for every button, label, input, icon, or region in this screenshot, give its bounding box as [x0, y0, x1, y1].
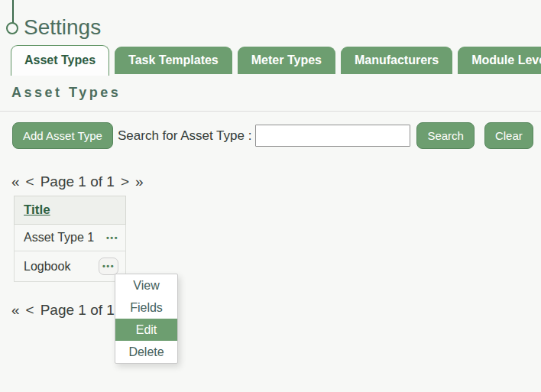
table-row: Logbook ••• [14, 251, 126, 282]
settings-page: Settings Asset Types Task Templates Mete… [0, 0, 541, 392]
tab-manufacturers[interactable]: Manufacturers [341, 47, 452, 74]
ellipsis-icon[interactable]: ••• [106, 234, 118, 242]
row-actions-menu: View Fields Edit Delete [115, 274, 178, 364]
search-button[interactable]: Search [416, 122, 475, 149]
settings-tabs: Asset Types Task Templates Meter Types M… [11, 45, 541, 76]
clear-button[interactable]: Clear [484, 122, 533, 149]
tab-module-levels[interactable]: Module Levels [458, 47, 541, 74]
menu-item-view[interactable]: View [115, 274, 177, 296]
search-input[interactable] [255, 125, 410, 147]
asset-types-table: Title Asset Type 1 ••• Logbook ••• [14, 196, 126, 282]
column-header-title[interactable]: Title [14, 196, 126, 225]
nav-circle-icon[interactable] [6, 22, 18, 34]
search-label: Search for Asset Type : [118, 128, 251, 144]
first-page-button[interactable]: « [11, 173, 20, 190]
tab-meter-types[interactable]: Meter Types [238, 47, 335, 74]
next-page-button[interactable]: > [121, 173, 129, 190]
prev-page-button[interactable]: < [26, 302, 34, 319]
pagination-top: « < Page 1 of 1 > » [11, 173, 144, 190]
prev-page-button[interactable]: < [26, 173, 34, 190]
section-divider [0, 111, 541, 112]
table-row: Asset Type 1 ••• [14, 225, 126, 251]
toolbar: Add Asset Type Search for Asset Type : S… [12, 122, 533, 149]
row-title: Logbook [24, 260, 70, 274]
ellipsis-icon[interactable]: ••• [99, 258, 118, 275]
menu-item-edit[interactable]: Edit [115, 319, 177, 341]
page-title: Settings [24, 15, 101, 40]
section-title: Asset Types [11, 85, 121, 101]
tab-asset-types[interactable]: Asset Types [11, 45, 109, 76]
menu-item-delete[interactable]: Delete [115, 341, 177, 363]
tab-task-templates[interactable]: Task Templates [115, 47, 232, 74]
first-page-button[interactable]: « [11, 302, 20, 319]
nav-connector-line [12, 0, 14, 23]
add-asset-type-button[interactable]: Add Asset Type [12, 122, 113, 149]
row-title: Asset Type 1 [24, 231, 94, 245]
page-indicator: Page 1 of 1 [40, 302, 115, 319]
page-indicator: Page 1 of 1 [40, 173, 115, 190]
last-page-button[interactable]: » [135, 173, 144, 190]
menu-item-fields[interactable]: Fields [115, 296, 177, 319]
